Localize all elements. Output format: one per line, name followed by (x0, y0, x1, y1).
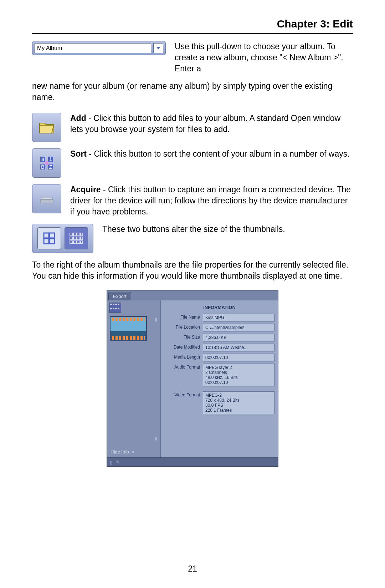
label-file-size: File Size (164, 334, 203, 340)
add-row: Add - Click this button to add files to … (32, 113, 353, 142)
value-media-length: 00:00:07.10 (203, 354, 274, 361)
scroll-down-icon[interactable]: ⇩ (153, 436, 159, 442)
value-audio-format: MPEG layer 2 2 Channels 48.0 kHz, 16 Bit… (203, 364, 274, 386)
label-audio-format: Audio Format (164, 364, 203, 370)
pulldown-intro-text: Use this pull-down to choose your album.… (175, 41, 353, 74)
folder-open-icon[interactable] (32, 113, 61, 142)
svg-text:Z: Z (49, 164, 52, 170)
add-label: Add (70, 113, 86, 123)
svg-text:a: a (41, 156, 44, 162)
album-pulldown-row: My Album Use this pull-down to choose yo… (32, 41, 353, 74)
grid-view-icon[interactable] (109, 303, 121, 313)
pulldown-cont-text: new name for your album (or rename any a… (32, 81, 353, 103)
svg-marker-0 (156, 47, 160, 49)
sort-text: - Click this button to sort the content … (87, 149, 350, 158)
thumbnail-size-row: These two buttons alter the size of the … (32, 224, 353, 253)
svg-rect-27 (81, 241, 83, 244)
album-pulldown-value[interactable]: My Album (35, 43, 151, 53)
info-panel: Export ⇧ ⇩ Hide Info |> INFORMATION File… (107, 290, 278, 467)
svg-rect-18 (77, 233, 80, 236)
manual-page: Chapter 3: Edit My Album Use this pull-d… (0, 0, 385, 588)
svg-text:B: B (41, 164, 44, 170)
album-pulldown[interactable]: My Album (32, 41, 166, 55)
value-file-size: 4,386.0 KB (203, 334, 274, 341)
sort-row: a 1 B Z Sort - Click this button to sort… (32, 148, 353, 178)
info-panel-wrap: Export ⇧ ⇩ Hide Info |> INFORMATION File… (32, 290, 353, 467)
video-thumbnail[interactable] (110, 316, 147, 341)
acquire-label: Acquire (70, 185, 101, 194)
sort-label: Sort (70, 149, 87, 158)
hide-info-button[interactable]: Hide Info |> (111, 449, 134, 455)
svg-rect-15 (50, 239, 55, 244)
acquire-text: - Click this button to capture an image … (70, 185, 351, 216)
svg-rect-19 (81, 233, 83, 236)
value-date-modified: 10:18:16 AM Wedne... (203, 344, 274, 351)
info-panel-footer: ▯ ✎ (107, 457, 278, 466)
sort-icon[interactable]: a 1 B Z (32, 148, 61, 178)
label-date-modified: Date Modified (164, 344, 203, 350)
value-file-location: C:\...ntents\samples\ (203, 324, 274, 331)
svg-rect-22 (77, 237, 80, 240)
pencil-icon[interactable]: ✎ (116, 460, 120, 465)
acquire-row: Acquire - Click this button to capture a… (32, 184, 353, 217)
svg-rect-14 (44, 239, 49, 244)
info-title: INFORMATION (164, 305, 274, 310)
small-thumbnails-button[interactable] (65, 227, 88, 249)
export-tab[interactable]: Export (108, 292, 131, 300)
svg-rect-20 (70, 237, 73, 240)
label-file-name: File Name (164, 314, 203, 320)
info-panel-tabs: Export (107, 290, 278, 300)
info-panel-body: ⇧ ⇩ Hide Info |> INFORMATION File NameKi… (107, 300, 278, 457)
svg-rect-24 (70, 241, 73, 244)
chapter-title: Chapter 3: Edit (32, 18, 353, 34)
label-file-location: File Location (164, 324, 203, 330)
page-number: 21 (0, 564, 385, 574)
label-video-format: Video Format (164, 391, 203, 397)
value-file-name: Kiss.MPG (203, 314, 274, 321)
svg-rect-17 (73, 233, 76, 236)
info-details: INFORMATION File NameKiss.MPG File Locat… (161, 300, 278, 457)
thumbs-column: ⇧ ⇩ Hide Info |> (107, 300, 161, 457)
acquire-description: Acquire - Click this button to capture a… (70, 184, 353, 217)
scanner-icon[interactable] (32, 184, 61, 213)
clipboard-icon[interactable]: ▯ (110, 460, 112, 465)
value-video-format: MPEG-2 720 x 480, 24 Bits 30.0 FPS 220.1… (203, 391, 274, 414)
svg-rect-16 (70, 233, 73, 236)
svg-text:1: 1 (49, 156, 52, 162)
svg-rect-26 (77, 241, 80, 244)
svg-rect-10 (40, 199, 53, 203)
sort-description: Sort - Click this button to sort the con… (70, 148, 353, 159)
thumbnail-size-text: These two buttons alter the size of the … (102, 224, 353, 235)
svg-rect-13 (50, 233, 55, 238)
svg-rect-12 (44, 233, 49, 238)
add-description: Add - Click this button to add files to … (70, 113, 353, 135)
svg-rect-9 (45, 161, 48, 165)
properties-text: To the right of the album thumbnails are… (32, 259, 353, 282)
svg-rect-23 (81, 237, 83, 240)
add-text: - Click this button to add files to your… (70, 113, 340, 134)
svg-rect-11 (41, 197, 52, 199)
label-media-length: Media Length (164, 354, 203, 360)
svg-rect-21 (73, 237, 76, 240)
large-thumbnails-button[interactable] (37, 227, 61, 249)
scroll-up-icon[interactable]: ⇧ (153, 317, 159, 323)
thumbnail-size-buttons (32, 224, 93, 253)
svg-rect-25 (73, 241, 76, 244)
chevron-down-icon[interactable] (153, 43, 163, 53)
